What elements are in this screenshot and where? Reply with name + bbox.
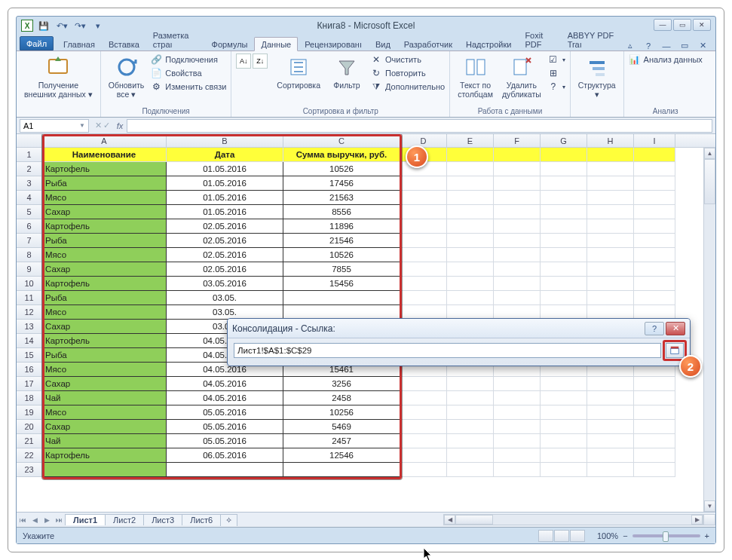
col-header-E[interactable]: E — [447, 134, 494, 147]
cell[interactable] — [447, 219, 494, 234]
cell[interactable] — [587, 219, 634, 234]
cell[interactable]: 7855 — [283, 262, 400, 277]
cell[interactable]: Сахар — [42, 320, 167, 334]
dialog-close-button[interactable]: ✕ — [666, 322, 685, 335]
cell[interactable] — [447, 377, 494, 391]
cell[interactable] — [447, 277, 494, 291]
formula-input[interactable] — [127, 119, 712, 133]
cell[interactable]: 04.05.2016 — [167, 391, 283, 405]
cell[interactable]: 03.05.2016 — [167, 277, 283, 291]
zoom-in-button[interactable]: + — [705, 531, 709, 540]
cell[interactable] — [541, 176, 587, 191]
cell[interactable] — [400, 277, 447, 291]
cell[interactable] — [400, 463, 447, 477]
row-header[interactable]: 8 — [17, 248, 42, 262]
vscroll-up-icon[interactable]: ▲ — [704, 148, 715, 159]
col-header-I[interactable]: I — [634, 134, 675, 147]
cell[interactable] — [541, 463, 587, 477]
row-header[interactable]: 17 — [17, 377, 42, 391]
cell[interactable] — [400, 391, 447, 405]
zoom-slider[interactable] — [632, 534, 700, 537]
cell[interactable] — [541, 448, 587, 463]
cell[interactable] — [541, 148, 587, 162]
row-header[interactable]: 12 — [17, 305, 42, 320]
sort-desc-button[interactable]: Z↓ — [253, 54, 268, 69]
cell[interactable] — [634, 162, 675, 176]
row-header[interactable]: 23 — [17, 463, 42, 477]
cell[interactable]: Рыба — [42, 176, 167, 191]
whatif-button[interactable]: ?▾ — [547, 81, 565, 93]
col-header-C[interactable]: C — [283, 134, 400, 147]
cell[interactable] — [400, 176, 447, 191]
cell[interactable] — [494, 176, 541, 191]
hscroll-left-icon[interactable]: ◀ — [444, 515, 455, 525]
row-header[interactable]: 6 — [17, 219, 42, 234]
cell[interactable] — [634, 148, 675, 162]
cell[interactable]: Картофель — [42, 448, 167, 463]
sheet-nav-next-icon[interactable]: ▶ — [41, 516, 53, 524]
cell[interactable]: 02.05.2016 — [167, 248, 283, 262]
cell[interactable]: 5469 — [283, 420, 400, 434]
cell[interactable]: Сумма выручки, руб. — [283, 148, 400, 162]
cell[interactable] — [587, 176, 634, 191]
vertical-scrollbar[interactable]: ▲ ▼ — [703, 148, 715, 512]
cell[interactable] — [634, 234, 675, 248]
cell[interactable] — [494, 391, 541, 405]
cell[interactable] — [494, 262, 541, 277]
cell[interactable]: Наименование — [42, 148, 167, 162]
tab-home[interactable]: Главная — [57, 37, 102, 50]
cell[interactable] — [587, 420, 634, 434]
cell[interactable]: 02.05.2016 — [167, 262, 283, 277]
cell[interactable] — [400, 448, 447, 463]
qat-customize-icon[interactable]: ▾ — [90, 19, 106, 32]
cell[interactable] — [587, 391, 634, 405]
vscroll-thumb[interactable] — [704, 159, 715, 204]
row-header[interactable]: 9 — [17, 262, 42, 277]
cell[interactable] — [634, 420, 675, 434]
cell[interactable] — [447, 434, 494, 448]
name-box[interactable]: A1▼ — [20, 119, 89, 133]
cell[interactable] — [541, 248, 587, 262]
dialog-help-button[interactable]: ? — [645, 322, 664, 335]
row-header[interactable]: 15 — [17, 348, 42, 363]
cell[interactable] — [587, 248, 634, 262]
reapply-button[interactable]: ↻Повторить — [370, 67, 445, 79]
cell[interactable] — [541, 234, 587, 248]
cell[interactable] — [42, 463, 167, 477]
refresh-all-button[interactable]: Обновить все ▾ — [106, 54, 148, 100]
edit-links-button[interactable]: ⚙Изменить связи — [150, 81, 226, 93]
view-page-layout-button[interactable] — [554, 530, 569, 542]
cell[interactable]: 15456 — [283, 277, 400, 291]
hscroll-thumb[interactable] — [455, 515, 493, 525]
cell[interactable] — [494, 219, 541, 234]
enter-formula-icon[interactable]: ✓ — [103, 121, 110, 130]
sheet-nav-prev-icon[interactable]: ◀ — [29, 516, 41, 524]
cell[interactable] — [541, 205, 587, 219]
cell[interactable] — [494, 162, 541, 176]
cell[interactable] — [494, 148, 541, 162]
cell[interactable] — [541, 377, 587, 391]
tab-data[interactable]: Данные — [254, 37, 298, 51]
doc-minimize-button[interactable]: — — [660, 41, 673, 50]
cell[interactable] — [541, 405, 587, 420]
cell[interactable]: Мясо — [42, 405, 167, 420]
get-external-data-button[interactable]: Получение внешних данных ▾ — [21, 54, 96, 100]
sheet-nav-first-icon[interactable]: ⏮ — [17, 516, 29, 524]
cell[interactable]: 2457 — [283, 434, 400, 448]
cell[interactable] — [634, 448, 675, 463]
cell[interactable] — [447, 448, 494, 463]
cell[interactable] — [400, 262, 447, 277]
cell[interactable] — [634, 405, 675, 420]
cell[interactable] — [494, 463, 541, 477]
cell[interactable] — [447, 191, 494, 205]
consolidate-button[interactable]: ⊞ — [547, 67, 565, 79]
row-header[interactable]: 4 — [17, 191, 42, 205]
cell[interactable]: Мясо — [42, 305, 167, 320]
sheet-tab[interactable]: Лист3 — [143, 514, 182, 525]
cell[interactable] — [587, 162, 634, 176]
cell[interactable] — [283, 463, 400, 477]
cell[interactable] — [541, 191, 587, 205]
cell[interactable]: 21546 — [283, 234, 400, 248]
cell[interactable] — [634, 191, 675, 205]
reference-input[interactable] — [234, 343, 661, 358]
